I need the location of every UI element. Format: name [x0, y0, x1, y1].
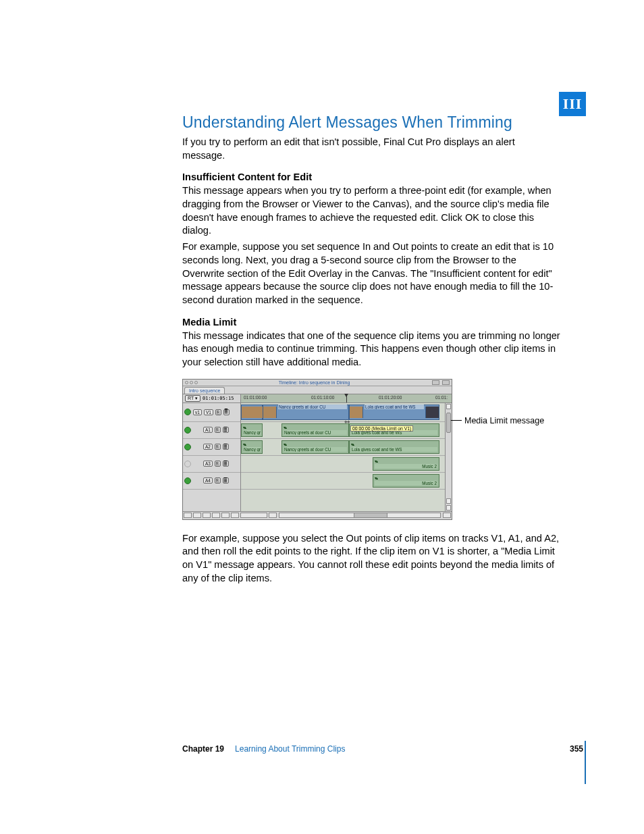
track-patch-panel: v1 V1 ⎘ ≣ A1 ⎘ ≣ A2	[183, 403, 241, 511]
vertical-scrollbar[interactable]	[445, 403, 452, 511]
callout-label: Media Limit message	[464, 416, 544, 425]
track-visibility-icon[interactable]	[184, 444, 191, 450]
video-clip[interactable]	[241, 405, 263, 420]
clip-thumbnail-icon	[350, 407, 363, 418]
audio-clip[interactable]: ▾▴ Nancy greets at door CU	[281, 440, 349, 454]
ruler-tick: 01:01:00:00	[244, 395, 267, 400]
window-toggle-icon	[442, 380, 450, 385]
track-v1: Nancy greets at door CU Lola gives coat …	[241, 403, 445, 422]
track-visibility-icon[interactable]	[184, 409, 191, 415]
clip-label: Music 2	[375, 481, 437, 486]
intro-paragraph: If you try to perform an edit that isn't…	[182, 136, 560, 162]
clip-thumbnail-icon	[263, 407, 277, 418]
dest-patch[interactable]: A2	[203, 444, 213, 450]
clip-label: Nancy greets at door CU	[284, 447, 347, 452]
scroll-down-icon[interactable]	[446, 498, 451, 504]
audio-clip[interactable]: ▾▴ Music 2	[373, 457, 439, 471]
stereo-pair-icon: ▾▴	[243, 425, 246, 429]
video-clip[interactable]: Nancy greets at door CU	[263, 405, 349, 420]
audio-clip[interactable]: ▾▴ Nancy gre	[241, 440, 263, 454]
subhead-medialimit: Media Limit	[182, 317, 560, 328]
traffic-light-icon	[194, 381, 198, 384]
track-a4: ▾▴ Music 2	[241, 473, 445, 490]
scroll-up-icon[interactable]	[446, 404, 451, 409]
lock-icon[interactable]: ⎘	[215, 444, 221, 450]
source-patch[interactable]: v1	[193, 409, 202, 415]
clip-label: Nancy greets at door CU	[278, 405, 347, 409]
toggle-button[interactable]	[231, 513, 239, 518]
track-header-a4: A4 ⎘ ≣	[183, 473, 240, 490]
window-toggle-icon	[432, 380, 439, 385]
stereo-pair-icon: ▾▴	[375, 459, 377, 463]
audio-clip[interactable]: ▾▴ Lola gives coat and tie WS	[349, 440, 439, 454]
traffic-light-icon	[190, 381, 193, 384]
lock-icon[interactable]: ⎘	[215, 409, 221, 415]
paragraph: For example, suppose you set sequence In…	[182, 240, 560, 307]
timeline-tracks-area[interactable]: Nancy greets at door CU Lola gives coat …	[241, 403, 445, 511]
timeline-window: Timeline: Intro sequence in Dining Intro…	[182, 379, 452, 520]
clip-label: Lola gives coat and tie WS	[351, 447, 437, 452]
toggle-button[interactable]	[203, 513, 211, 518]
stereo-pair-icon: ▾▴	[243, 442, 246, 446]
subhead-insufficient: Insufficient Content for Edit	[182, 172, 560, 182]
footer-chapter-title: Learning About Trimming Clips	[235, 744, 345, 754]
roll-edit-cursor-icon: ⇿	[344, 418, 350, 425]
clip-label: Lola gives coat and tie WS	[365, 405, 424, 409]
track-a1: ▾▴ Nancy gre ▾▴ Nancy greets at door CU …	[241, 422, 445, 439]
lock-icon[interactable]: ⎘	[215, 477, 221, 484]
clip-label: Music 2	[375, 464, 437, 469]
current-timecode[interactable]: 01:01:05:15	[203, 396, 234, 401]
stereo-pair-icon: ▾▴	[351, 442, 354, 446]
footer-page-number: 355	[570, 744, 583, 754]
clip-label: Nancy gre	[243, 447, 261, 452]
scroll-thumb[interactable]	[354, 513, 387, 517]
zoom-slider[interactable]	[240, 513, 267, 518]
track-a2: ▾▴ Nancy gre ▾▴ Nancy greets at door CU …	[241, 439, 445, 456]
toggle-button[interactable]	[184, 513, 192, 518]
track-header-a1: A1 ⎘ ≣	[183, 422, 240, 439]
lock-icon[interactable]: ⎘	[215, 427, 221, 433]
autoselect-icon[interactable]: ≣	[223, 427, 229, 433]
dest-patch[interactable]: A1	[203, 427, 213, 433]
window-title: Timeline: Intro sequence in Dining	[199, 380, 429, 385]
footer-accent-rule	[585, 741, 586, 784]
track-visibility-icon[interactable]	[184, 477, 191, 484]
audio-clip[interactable]: ▾▴ Music 2	[373, 474, 439, 488]
timeline-header: RT ▾ 01:01:05:15 01:01:00:00 01:01:10:00…	[183, 394, 452, 403]
autoselect-icon[interactable]: ≣	[223, 409, 230, 415]
audio-clip[interactable]: ▾▴ Nancy gre	[241, 423, 263, 437]
paragraph: This message appears when you try to per…	[182, 184, 560, 238]
footer-chapter: Chapter 19	[182, 744, 224, 754]
scroll-right-icon[interactable]	[443, 513, 451, 518]
video-clip[interactable]: Lola gives coat and tie WS	[349, 405, 439, 420]
dest-patch[interactable]: A3	[203, 461, 213, 467]
autoselect-icon[interactable]: ≣	[223, 444, 229, 450]
stereo-pair-icon: ▾▴	[284, 425, 286, 429]
timeline-header-left: RT ▾ 01:01:05:15	[183, 394, 241, 402]
dest-patch[interactable]: V1	[204, 409, 213, 415]
toggle-button[interactable]	[193, 513, 201, 518]
ruler-tick: 01:01:20:00	[379, 395, 402, 400]
autoselect-icon[interactable]: ≣	[223, 477, 229, 484]
scroll-thumb[interactable]	[446, 413, 451, 433]
scroll-left-icon[interactable]	[269, 513, 277, 518]
toggle-button[interactable]	[212, 513, 220, 518]
timeline-ruler[interactable]: 01:01:00:00 01:01:10:00 01:01:20:00 01:0…	[241, 394, 452, 402]
dest-patch[interactable]: A4	[203, 477, 213, 484]
autoselect-icon[interactable]: ≣	[223, 461, 229, 467]
lock-icon[interactable]: ⎘	[215, 461, 221, 467]
scroll-down-icon[interactable]	[446, 505, 451, 511]
playhead-icon[interactable]	[346, 394, 347, 402]
horizontal-scrollbar[interactable]	[279, 513, 441, 518]
rt-popup-button[interactable]: RT ▾	[185, 395, 200, 402]
paragraph: This message indicates that one of the s…	[182, 330, 560, 369]
track-header-a2: A2 ⎘ ≣	[183, 439, 240, 456]
page-content: Understanding Alert Messages When Trimmi…	[182, 113, 560, 594]
track-header-v1: v1 V1 ⎘ ≣	[183, 403, 240, 422]
audio-clip[interactable]: ▾▴ Nancy greets at door CU	[281, 423, 349, 437]
track-visibility-icon[interactable]	[184, 427, 191, 434]
track-visibility-icon[interactable]	[184, 461, 191, 467]
toggle-button[interactable]	[221, 513, 230, 518]
sequence-tab[interactable]: Intro sequence	[184, 387, 225, 394]
ruler-tick: 01:01:10:00	[311, 395, 334, 400]
